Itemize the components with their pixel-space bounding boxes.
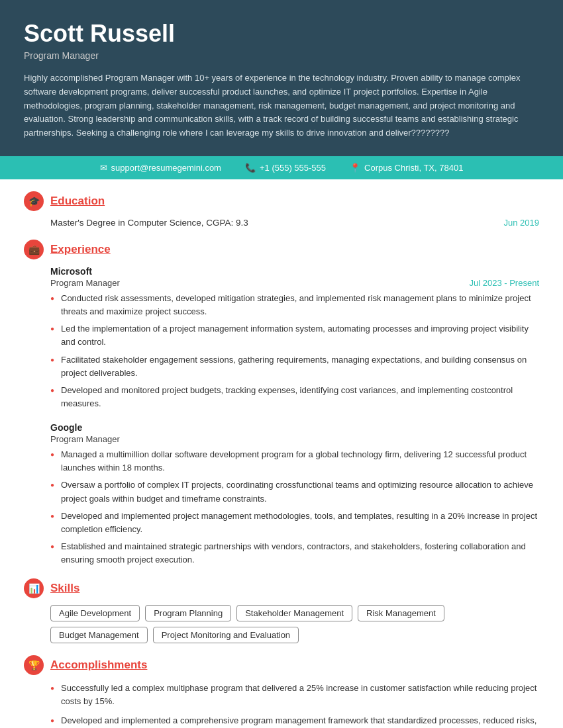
role-row-google: Program Manager <box>50 434 539 444</box>
bullet-item: Established and maintained strategic par… <box>50 540 539 567</box>
accomplishments-title: Accomplishments <box>50 659 147 672</box>
contact-bar: ✉ support@resumegemini.com 📞 +1 (555) 55… <box>0 156 563 179</box>
experience-icon: 💼 <box>24 240 44 259</box>
email-value: support@resumegemini.com <box>111 163 221 173</box>
bullet-item: Developed and implemented project manage… <box>50 510 539 536</box>
accomplishment-item: Successfully led a complex multiphase pr… <box>50 682 539 708</box>
contact-location: 📍 Corpus Christi, TX, 78401 <box>350 163 463 173</box>
candidate-name: Scott Russell <box>24 20 539 48</box>
experience-section: 💼 Experience Microsoft Program Manager J… <box>24 240 539 567</box>
education-header: 🎓 Education <box>24 191 539 211</box>
experience-title: Experience <box>50 243 111 256</box>
education-degree: Master's Degree in Computer Science, CGP… <box>50 218 248 228</box>
main-content: 🎓 Education Master's Degree in Computer … <box>0 179 563 728</box>
accomplishment-item: Developed and implemented a comprehensiv… <box>50 714 539 728</box>
candidate-summary: Highly accomplished Program Manager with… <box>24 71 539 140</box>
role-row-microsoft: Program Manager Jul 2023 - Present <box>50 278 539 288</box>
skills-icon: 📊 <box>24 578 44 598</box>
education-row: Master's Degree in Computer Science, CGP… <box>24 218 539 228</box>
skill-tag: Project Monitoring and Evaluation <box>153 627 299 643</box>
email-icon: ✉ <box>100 163 107 173</box>
skills-container: Agile Development Program Planning Stake… <box>24 605 539 643</box>
education-icon: 🎓 <box>24 191 44 211</box>
location-icon: 📍 <box>350 163 360 173</box>
company-name-microsoft: Microsoft <box>50 266 539 277</box>
accomplishments-header: 🏆 Accomplishments <box>24 655 539 675</box>
accomplishments-section: 🏆 Accomplishments Successfully led a com… <box>24 655 539 728</box>
bullets-microsoft: Conducted risk assessments, developed mi… <box>50 292 539 410</box>
bullets-google: Managed a multimillion dollar software d… <box>50 448 539 567</box>
role-google: Program Manager <box>50 434 120 444</box>
experience-entry-google: Google Program Manager Managed a multimi… <box>24 422 539 567</box>
skill-tag: Agile Development <box>50 605 140 621</box>
education-date: Jun 2019 <box>504 218 540 228</box>
location-value: Corpus Christi, TX, 78401 <box>364 163 463 173</box>
accomplishments-list: Successfully led a complex multiphase pr… <box>24 682 539 728</box>
phone-icon: 📞 <box>245 163 256 173</box>
bullet-item: Managed a multimillion dollar software d… <box>50 448 539 475</box>
experience-entry-microsoft: Microsoft Program Manager Jul 2023 - Pre… <box>24 266 539 410</box>
skills-title: Skills <box>50 582 79 595</box>
skill-tag: Budget Management <box>50 627 148 643</box>
education-title: Education <box>50 195 105 208</box>
bullet-item: Developed and monitored project budgets,… <box>50 384 539 410</box>
role-microsoft: Program Manager <box>50 278 120 288</box>
candidate-title: Program Manager <box>24 50 539 61</box>
education-section: 🎓 Education Master's Degree in Computer … <box>24 191 539 228</box>
bullet-item: Conducted risk assessments, developed mi… <box>50 292 539 318</box>
accomplishments-icon: 🏆 <box>24 655 44 675</box>
skill-tag: Risk Management <box>358 605 444 621</box>
header-section: Scott Russell Program Manager Highly acc… <box>0 0 563 156</box>
skill-tag: Program Planning <box>145 605 231 621</box>
contact-email: ✉ support@resumegemini.com <box>100 163 221 173</box>
bullet-item: Facilitated stakeholder engagement sessi… <box>50 353 539 380</box>
contact-phone: 📞 +1 (555) 555-555 <box>245 163 326 173</box>
bullet-item: Oversaw a portfolio of complex IT projec… <box>50 478 539 505</box>
skill-tag: Stakeholder Management <box>236 605 352 621</box>
dates-microsoft: Jul 2023 - Present <box>469 278 539 288</box>
skills-section: 📊 Skills Agile Development Program Plann… <box>24 578 539 643</box>
company-name-google: Google <box>50 422 539 433</box>
phone-value: +1 (555) 555-555 <box>260 163 326 173</box>
experience-header: 💼 Experience <box>24 240 539 259</box>
bullet-item: Led the implementation of a project mana… <box>50 322 539 349</box>
skills-header: 📊 Skills <box>24 578 539 598</box>
